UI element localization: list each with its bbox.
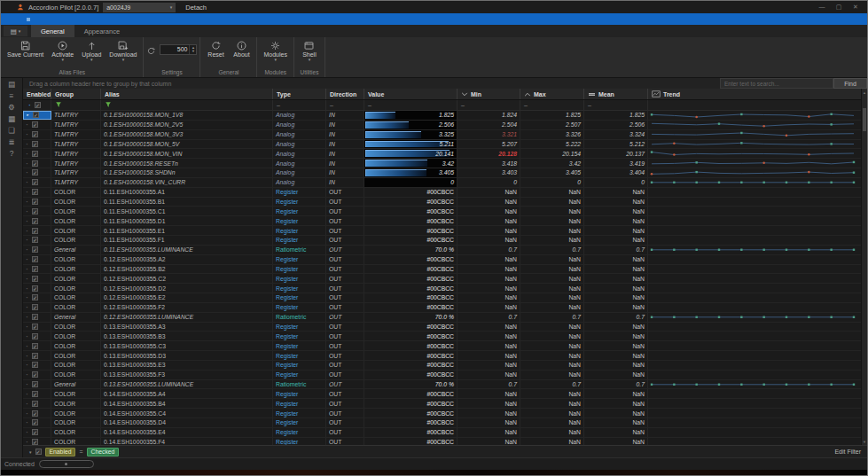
type-cell[interactable]: Ratiometric [273, 380, 326, 389]
spinner-arrows[interactable]: ▲▼ [189, 45, 196, 54]
table-row[interactable]: ▪COLOR0.14.ESH10000355.F4RegisterOUT#00C… [23, 438, 861, 445]
enabled-checkbox[interactable] [32, 381, 38, 387]
profile-selector[interactable]: a0024J9 ▾ [103, 3, 176, 12]
table-row[interactable]: ▪TLMTRY0.1.ESH10000158.SHDNnAnalogIN3.40… [23, 168, 861, 178]
enabled-cell[interactable]: ▪ [23, 236, 51, 245]
enabled-cell[interactable]: ▪ [23, 226, 51, 235]
type-cell[interactable]: Register [273, 361, 326, 370]
close-button[interactable]: ✕ [851, 4, 860, 11]
table-row[interactable]: ▪COLOR0.13.ESH10000355.F3RegisterOUT#00C… [23, 371, 861, 380]
filter-group-cell[interactable] [51, 100, 101, 110]
type-cell[interactable]: Analog [273, 121, 326, 129]
enabled-cell[interactable]: ▪ [23, 159, 51, 168]
sidebar-chart-icon[interactable]: ▦ [4, 113, 20, 123]
shell-button[interactable]: Shell ▾ [297, 38, 322, 62]
type-cell[interactable]: Register [273, 265, 326, 274]
table-row[interactable]: ▪COLOR0.11.ESH10000355.D1RegisterOUT#00C… [23, 216, 861, 226]
enabled-cell[interactable]: ▪ [23, 438, 51, 445]
table-row[interactable]: ▪COLOR0.12.ESH10000355.B2RegisterOUT#00C… [23, 265, 861, 275]
table-row[interactable]: ▪COLOR0.13.ESH10000355.C3RegisterOUT#00C… [23, 341, 861, 351]
type-cell[interactable]: Register [273, 216, 326, 225]
maximize-button[interactable]: ▢ [834, 4, 843, 11]
enabled-checkbox[interactable] [32, 401, 38, 407]
enabled-cell[interactable]: ▪ [23, 303, 51, 312]
table-row[interactable]: ▪COLOR0.14.ESH10000355.C4RegisterOUT#00C… [23, 409, 861, 418]
enabled-cell[interactable]: ▪ [23, 418, 51, 427]
table-row[interactable]: ▪COLOR0.12.ESH10000355.D2RegisterOUT#00C… [23, 284, 861, 293]
table-row[interactable]: ▪COLOR0.14.ESH10000355.B4RegisterOUT#00C… [23, 399, 861, 409]
enabled-checkbox[interactable] [32, 131, 38, 137]
filter-enabled-checkbox[interactable] [35, 449, 42, 455]
type-cell[interactable]: Register [273, 371, 326, 379]
column-header-direction[interactable]: Direction [326, 89, 364, 99]
column-header-alias[interactable]: Alias [101, 89, 273, 99]
enabled-checkbox[interactable] [33, 112, 39, 118]
settings-spinner[interactable]: 500 ▲▼ [160, 44, 197, 55]
type-cell[interactable]: Register [273, 255, 326, 264]
type-cell[interactable]: Register [273, 341, 326, 350]
enabled-checkbox[interactable] [32, 294, 38, 300]
filter-mean-cell[interactable]: – [584, 100, 648, 110]
enabled-checkbox[interactable] [32, 353, 38, 359]
table-row[interactable]: ▪COLOR0.14.ESH10000355.E4RegisterOUT#00C… [23, 428, 861, 438]
enabled-cell[interactable]: ▪ [23, 207, 51, 215]
column-header-min[interactable]: Min [457, 89, 520, 99]
enabled-checkbox[interactable] [32, 276, 38, 282]
enabled-cell[interactable]: ▪ [23, 178, 51, 187]
enabled-cell[interactable]: ▪ [23, 351, 51, 360]
enabled-cell[interactable]: ▪ [23, 380, 51, 389]
enabled-checkbox[interactable] [32, 304, 38, 310]
type-cell[interactable]: Register [273, 323, 326, 332]
enabled-checkbox[interactable] [32, 246, 38, 253]
table-row[interactable]: ▪General0.11.ESH10000355.LUMINANCERatiom… [23, 246, 861, 255]
sidebar-table-icon[interactable]: ▤ [4, 79, 20, 89]
type-cell[interactable]: Register [273, 236, 326, 245]
table-row[interactable]: ▪COLOR0.12.ESH10000355.F2RegisterOUT#00C… [23, 303, 861, 313]
sidebar-list-icon[interactable]: ≡ [4, 90, 20, 100]
filter-max-cell[interactable]: – [520, 100, 584, 110]
type-cell[interactable]: Register [273, 428, 326, 437]
column-header-mean[interactable]: Mean [584, 89, 648, 99]
sidebar-gear-icon[interactable]: ⚙ [4, 102, 20, 112]
enabled-cell[interactable]: ▪ [23, 389, 51, 398]
filter-field-tag[interactable]: Enabled [45, 448, 76, 456]
enabled-checkbox[interactable] [32, 333, 38, 339]
type-cell[interactable]: Analog [273, 149, 326, 158]
enabled-checkbox[interactable] [32, 285, 38, 292]
scroll-up-icon[interactable]: ▲ [862, 89, 867, 96]
search-input[interactable]: Enter text to search... [720, 78, 833, 89]
type-cell[interactable]: Ratiometric [273, 246, 326, 254]
minimize-button[interactable]: — [817, 4, 826, 11]
filter-alias-cell[interactable] [101, 100, 273, 110]
type-cell[interactable]: Analog [273, 111, 326, 120]
enabled-checkbox[interactable] [32, 189, 38, 195]
tab-general[interactable]: General [31, 25, 74, 37]
type-cell[interactable]: Register [273, 274, 326, 283]
filter-enabled-cell[interactable]: ▪ [23, 100, 51, 110]
table-row[interactable]: ▪COLOR0.14.ESH10000355.D4RegisterOUT#00C… [23, 418, 861, 428]
about-button[interactable]: About [229, 38, 254, 58]
table-row[interactable]: ▪COLOR0.11.ESH10000355.E1RegisterOUT#00C… [23, 226, 861, 236]
enabled-cell[interactable]: ▪ [23, 140, 51, 149]
enabled-checkbox[interactable] [32, 324, 38, 330]
enabled-checkbox[interactable] [32, 208, 38, 215]
enabled-cell[interactable]: ▪ [23, 274, 51, 283]
filter-direction-cell[interactable]: – [326, 100, 364, 110]
table-row[interactable]: ▪COLOR0.13.ESH10000355.B3RegisterOUT#00C… [23, 332, 861, 341]
enabled-cell[interactable]: ▪ [23, 332, 51, 340]
ribbon-menu-button[interactable]: ▤▾ [4, 26, 27, 36]
column-header-trend[interactable]: Trend [648, 89, 861, 99]
enabled-checkbox[interactable] [32, 256, 38, 262]
type-cell[interactable]: Ratiometric [273, 313, 326, 322]
enabled-checkbox[interactable] [32, 160, 38, 167]
table-row[interactable]: ▪TLMTRY0.1.ESH10000158.MON_5VAnalogIN5.2… [23, 140, 861, 150]
enabled-cell[interactable]: ▪ [23, 409, 51, 417]
scroll-down-icon[interactable]: ▼ [862, 438, 867, 445]
sidebar-checklist-icon[interactable]: ≣ [4, 137, 20, 146]
filter-checkbox[interactable] [35, 102, 41, 108]
group-by-bar[interactable]: Drag a column header here to group by th… [23, 78, 867, 89]
table-row[interactable]: ▪TLMTRY0.1.ESH10000158.MON_3V3AnalogIN3.… [23, 130, 861, 140]
filter-value-cell[interactable]: – [364, 100, 457, 110]
enabled-checkbox[interactable] [32, 218, 38, 224]
enabled-cell[interactable]: ▪ [23, 121, 51, 129]
